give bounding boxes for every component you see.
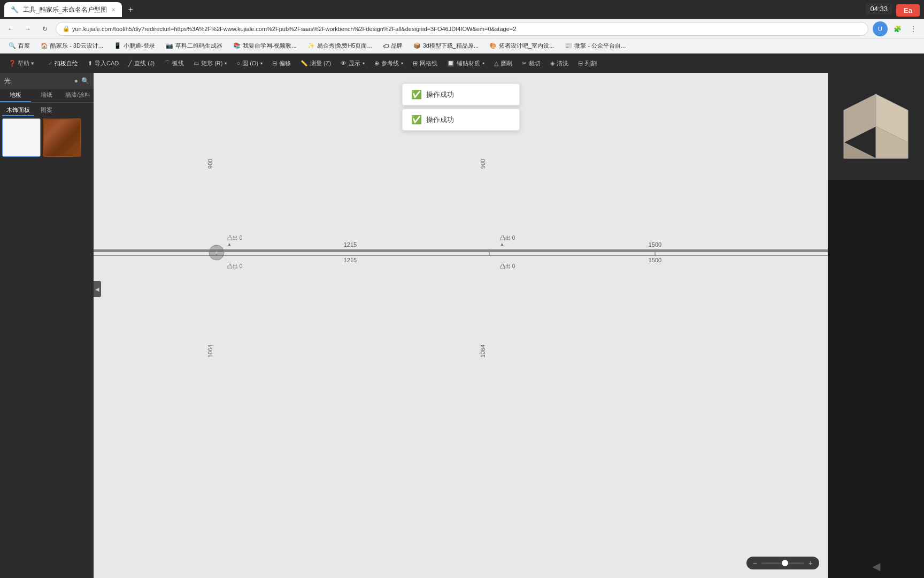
- notif-text-2: 操作成功: [426, 115, 454, 125]
- tool-网格线[interactable]: ⊞网格线: [409, 58, 442, 69]
- svg-text:1500: 1500: [649, 257, 661, 263]
- bookmark-yiqixiu[interactable]: ✨易企秀|免费H5页面...: [303, 41, 376, 51]
- svg-rect-7: [94, 73, 217, 249]
- svg-text:1500: 1500: [649, 241, 661, 248]
- forward-btn[interactable]: →: [21, 22, 34, 35]
- tool-测量[interactable]: 📏测量 (Z): [296, 58, 335, 69]
- tab-favicon: 🔧: [11, 6, 19, 13]
- tool-磨削[interactable]: △磨削: [490, 58, 517, 69]
- url-text: yun.kujiale.com/tool/h5/diy?redirecturl=…: [72, 26, 516, 32]
- bookmark-baidu[interactable]: 🔍百度: [4, 41, 34, 51]
- material-white[interactable]: [2, 118, 41, 157]
- svg-marker-32: [844, 142, 876, 158]
- svg-text:凸出 0: 凸出 0: [227, 263, 243, 269]
- svg-text:▲: ▲: [500, 242, 504, 247]
- notification-container: ✅ 操作成功 ✅ 操作成功: [402, 83, 520, 131]
- svg-rect-10: [94, 256, 217, 578]
- floor-plan-svg: 900 900 1064 1064 1215 1215 1500 1500 凸出…: [94, 73, 828, 578]
- bookmark-caoliao[interactable]: 📷草料二维码生成器: [161, 41, 227, 51]
- svg-text:凸出 0: 凸出 0: [500, 235, 515, 241]
- left-sidebar: 光 ● 🔍 地板 墙纸 墙漆/涂料 木饰面板 图案: [0, 73, 94, 578]
- bookmark-weiying[interactable]: 📰微擎 - 公众平台自...: [560, 41, 630, 51]
- zoom-thumb[interactable]: [782, 560, 788, 566]
- sidebar-search-icon[interactable]: 🔍: [81, 77, 89, 85]
- extensions-btn[interactable]: 🧩: [891, 22, 904, 35]
- tool-裁切[interactable]: ✂裁切: [518, 58, 545, 69]
- main-area: 光 ● 🔍 地板 墙纸 墙漆/涂料 木饰面板 图案 ◀: [0, 73, 924, 578]
- tool-矩形[interactable]: ▭矩形 (R)▾: [189, 58, 231, 69]
- sidebar-circle-icon: ●: [74, 77, 78, 85]
- time-display: 04:33: [866, 3, 892, 14]
- zoom-control: − +: [746, 557, 819, 569]
- notif-success-icon-2: ✅: [411, 115, 422, 125]
- svg-marker-31: [844, 94, 876, 142]
- svg-text:▲: ▲: [227, 242, 232, 247]
- svg-rect-9: [489, 73, 828, 249]
- sidebar-tabs: 地板 墙纸 墙漆/涂料: [0, 89, 94, 103]
- bookmark-3dmodel[interactable]: 📦3d模型下载_精品原...: [409, 41, 483, 51]
- svg-text:凸出 0: 凸出 0: [500, 263, 515, 269]
- svg-rect-11: [217, 256, 489, 578]
- svg-text:900: 900: [207, 159, 213, 169]
- sidebar-tab-paint[interactable]: 墙漆/涂料: [63, 89, 94, 102]
- svg-text:1064: 1064: [480, 345, 486, 358]
- nav-bar: ← → ↻ 🔒 yun.kujiale.com/tool/h5/diy?redi…: [0, 19, 924, 39]
- bookmark-brand[interactable]: 🏷品牌: [379, 41, 407, 51]
- notif-text-1: 操作成功: [426, 90, 454, 100]
- zoom-in-icon[interactable]: +: [808, 559, 813, 567]
- tool-导入CAD[interactable]: ⬆导入CAD: [83, 58, 123, 69]
- svg-text:900: 900: [480, 159, 486, 169]
- upload-button[interactable]: Ea: [896, 4, 920, 17]
- notification-2: ✅ 操作成功: [402, 109, 520, 131]
- material-wood[interactable]: [43, 118, 81, 157]
- tool-清洁[interactable]: ◈清洗: [546, 58, 573, 69]
- tool-偏移[interactable]: ⊟偏移: [268, 58, 295, 69]
- notification-1: ✅ 操作成功: [402, 83, 520, 105]
- help-button[interactable]: ❓帮助▾: [4, 59, 38, 67]
- material-grid: [0, 116, 94, 159]
- new-tab-button[interactable]: +: [124, 3, 137, 16]
- bookmark-xiaopeng[interactable]: 📱小鹏通-登录: [110, 41, 159, 51]
- tool-铺贴材质[interactable]: 🔲铺贴材质▾: [443, 58, 489, 69]
- sidebar-title: 光: [4, 77, 11, 86]
- material-sub-tabs: 木饰面板 图案: [0, 103, 94, 116]
- sidebar-collapse-btn[interactable]: ◀: [94, 281, 101, 297]
- svg-text:+: +: [215, 250, 218, 256]
- bookmark-kujiale[interactable]: 🏠酷家乐 - 3D云设计...: [36, 41, 107, 51]
- right-panel-arrow[interactable]: ◀: [872, 560, 880, 573]
- zoom-out-icon[interactable]: −: [753, 559, 757, 567]
- zoom-slider[interactable]: [761, 562, 804, 564]
- tab-bar: 🔧 工具_酷家乐_未命名名户型图 ✕ + ─ □ ✕: [0, 0, 924, 19]
- 3d-preview-svg: [833, 83, 919, 169]
- bookmark-tuozhe[interactable]: 🎨拓者设计吧_室内设...: [485, 41, 558, 51]
- refresh-btn[interactable]: ↻: [38, 22, 51, 35]
- toolbar: ❓帮助▾ ✓ 扣板自绘 ⬆导入CAD ╱直线 (J) ⌒弧线 ▭矩形 (R)▾ …: [0, 54, 924, 73]
- sidebar-icons: ● 🔍: [74, 77, 89, 85]
- svg-text:1064: 1064: [207, 345, 213, 358]
- tool-扣板自绘[interactable]: ✓ 扣板自绘: [44, 58, 82, 69]
- app-container: ❓帮助▾ ✓ 扣板自绘 ⬆导入CAD ╱直线 (J) ⌒弧线 ▭矩形 (R)▾ …: [0, 54, 924, 578]
- sidebar-tab-floor[interactable]: 地板: [0, 89, 31, 102]
- right-preview: ◀: [828, 73, 924, 578]
- active-tab[interactable]: 🔧 工具_酷家乐_未命名名户型图 ✕: [4, 2, 122, 17]
- canvas-area[interactable]: 900 900 1064 1064 1215 1215 1500 1500 凸出…: [94, 73, 828, 578]
- tool-弧线[interactable]: ⌒弧线: [160, 58, 188, 69]
- tab-close-btn[interactable]: ✕: [111, 7, 116, 13]
- 3d-preview: [828, 73, 924, 180]
- bookmark-zixue[interactable]: 📚我要自学网-视频教...: [229, 41, 301, 51]
- tool-圆[interactable]: ○圆 (O)▾: [232, 58, 267, 69]
- notif-success-icon-1: ✅: [411, 89, 422, 100]
- svg-text:凸出 0: 凸出 0: [227, 235, 243, 241]
- tool-参考线[interactable]: ⊕参考线▾: [370, 58, 407, 69]
- tool-列割[interactable]: ⊟列割: [574, 58, 601, 69]
- sidebar-tab-wallpaper[interactable]: 墙纸: [31, 89, 62, 102]
- subtab-wood-panel[interactable]: 木饰面板: [2, 105, 34, 116]
- tool-显示[interactable]: 👁显示▾: [336, 58, 369, 69]
- svg-text:1215: 1215: [344, 241, 357, 248]
- url-bar[interactable]: 🔒 yun.kujiale.com/tool/h5/diy?redirectur…: [56, 22, 868, 36]
- tool-直线[interactable]: ╱直线 (J): [124, 58, 159, 69]
- profile-btn[interactable]: U: [873, 21, 888, 36]
- back-btn[interactable]: ←: [4, 22, 17, 35]
- menu-btn[interactable]: ⋮: [907, 22, 920, 35]
- subtab-pattern[interactable]: 图案: [36, 105, 57, 116]
